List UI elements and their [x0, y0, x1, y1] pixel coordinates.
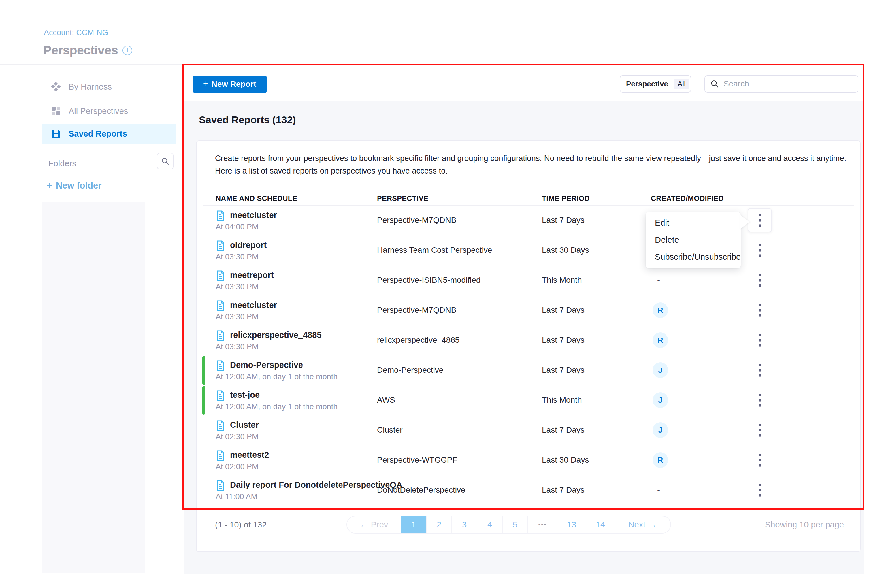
next-page-button[interactable]: Next → — [615, 516, 670, 533]
report-perspective: Harness Team Cost Perspective — [377, 246, 492, 255]
header-divider — [0, 64, 183, 64]
report-name: oldreport — [230, 240, 267, 250]
created-badge: - — [657, 485, 660, 495]
prev-page-button[interactable]: ← Prev — [347, 516, 400, 533]
report-doc-icon — [216, 390, 225, 402]
report-schedule: At 02:00 PM — [216, 462, 258, 471]
report-schedule: At 12:00 AM, on day 1 of the month — [216, 402, 338, 411]
created-badge: J — [652, 422, 668, 438]
folders-list-placeholder — [42, 202, 145, 573]
sidebar-item-label: By Harness — [69, 82, 112, 92]
page-button-1[interactable]: 1 — [400, 516, 426, 533]
report-time-period: This Month — [542, 396, 582, 405]
sidebar-item-label: Saved Reports — [69, 129, 127, 139]
card-description: Create reports from your perspectives to… — [215, 152, 849, 177]
context-menu-pointer — [740, 214, 749, 230]
kebab-menu-button[interactable] — [752, 268, 768, 292]
report-schedule: At 03:30 PM — [216, 312, 258, 321]
report-schedule: At 04:00 PM — [216, 222, 258, 231]
page-button-3[interactable]: 3 — [452, 516, 477, 533]
grid-icon — [51, 106, 61, 116]
info-icon[interactable]: i — [123, 45, 132, 56]
report-doc-icon — [216, 480, 225, 492]
report-time-period: Last 7 Days — [542, 425, 585, 435]
new-folder-button[interactable]: + New folder — [47, 180, 102, 191]
report-time-period: Last 30 Days — [542, 455, 589, 465]
report-name: meetreport — [230, 270, 274, 280]
sidebar-item-all-perspectives[interactable]: All Perspectives — [42, 103, 176, 119]
menu-item-subscribe[interactable]: Subscribe/Unsubscribe — [646, 249, 741, 266]
table-row[interactable]: test-joe At 12:00 AM, on day 1 of the mo… — [203, 386, 854, 416]
pagination-bar: ← Prev 1 2 3 4 5 ••• 13 14 Next → — [346, 516, 671, 534]
page-button-4[interactable]: 4 — [477, 516, 502, 533]
table-row[interactable]: Daily report For DonotdeletePerspectiveQ… — [203, 475, 854, 505]
sidebar-item-by-harness[interactable]: By Harness — [42, 78, 176, 95]
report-perspective: Demo-Perspective — [377, 366, 443, 375]
report-name: Cluster — [230, 420, 259, 430]
report-doc-icon — [216, 360, 225, 372]
table-row[interactable]: meetreport At 03:30 PM Perspective-ISIBN… — [203, 266, 854, 296]
accent-bar — [202, 356, 205, 385]
report-name: meetcluster — [230, 210, 277, 220]
report-perspective: DoNotDeletePerspective — [377, 485, 465, 495]
table-header: NAME AND SCHEDULE PERSPECTIVE TIME PERIO… — [203, 192, 854, 206]
table-row[interactable]: Cluster At 02:30 PM Cluster Last 7 Days … — [203, 416, 854, 446]
search-field[interactable] — [705, 75, 858, 93]
report-schedule: At 12:00 AM, on day 1 of the month — [216, 372, 338, 381]
report-name: relicxperspective_4885 — [230, 330, 322, 340]
kebab-menu-button[interactable] — [752, 478, 768, 502]
new-report-button[interactable]: + New Report — [192, 75, 267, 93]
created-badge: J — [652, 392, 668, 408]
sidebar-item-saved-reports[interactable]: Saved Reports — [42, 124, 176, 144]
kebab-menu-button[interactable] — [752, 388, 768, 412]
kebab-menu-button[interactable] — [752, 238, 768, 262]
report-doc-icon — [216, 240, 225, 252]
table-row[interactable]: meetcluster At 03:30 PM Perspective-M7QD… — [203, 296, 854, 326]
page-button-14[interactable]: 14 — [586, 516, 615, 533]
search-input[interactable] — [723, 79, 839, 88]
page-button-13[interactable]: 13 — [557, 516, 586, 533]
page-button-2[interactable]: 2 — [426, 516, 452, 533]
kebab-menu-button[interactable] — [752, 298, 768, 322]
harness-diamond-icon — [51, 82, 61, 92]
report-perspective: Cluster — [377, 425, 403, 435]
column-perspective: PERSPECTIVE — [377, 194, 428, 202]
report-name: Demo-Perspective — [230, 360, 303, 370]
report-doc-icon — [216, 420, 225, 432]
report-time-period: Last 7 Days — [542, 306, 585, 315]
report-schedule: At 03:30 PM — [216, 342, 258, 351]
report-name: test-joe — [230, 390, 260, 400]
column-created-modified: CREATED/MODIFIED — [651, 194, 724, 202]
page-title-row: Perspectives i — [43, 43, 132, 57]
report-perspective: Perspective-ISIBN5-modified — [377, 276, 480, 285]
kebab-menu-button[interactable] — [748, 208, 772, 232]
kebab-menu-button[interactable] — [752, 358, 768, 382]
plus-icon: + — [47, 180, 52, 191]
table-row[interactable]: oldreport At 03:30 PM Harness Team Cost … — [203, 236, 854, 266]
menu-item-delete[interactable]: Delete — [646, 231, 741, 249]
accent-bar — [202, 386, 205, 415]
report-name: meettest2 — [230, 450, 269, 460]
table-row[interactable]: relicxperspective_4885 At 03:30 PM relic… — [203, 326, 854, 356]
kebab-menu-button[interactable] — [752, 418, 768, 442]
account-breadcrumb[interactable]: Account: CCM-NG — [44, 28, 108, 37]
table-row[interactable]: meettest2 At 02:00 PM Perspective-WTGGPF… — [203, 446, 854, 475]
folders-label: Folders — [48, 159, 76, 168]
page-button-5[interactable]: 5 — [502, 516, 528, 533]
kebab-menu-button[interactable] — [752, 448, 768, 472]
row-context-menu: Edit Delete Subscribe/Unsubscribe — [646, 212, 741, 268]
folders-divider — [43, 175, 176, 175]
table-row[interactable]: meetcluster At 04:00 PM Perspective-M7QD… — [203, 206, 854, 236]
report-time-period: Last 7 Days — [542, 336, 585, 345]
report-doc-icon — [216, 330, 225, 342]
folders-search-button[interactable] — [157, 153, 174, 170]
menu-item-edit[interactable]: Edit — [646, 214, 741, 231]
kebab-menu-button[interactable] — [752, 328, 768, 352]
report-doc-icon — [216, 210, 225, 222]
per-page-label: Showing 10 per page — [765, 516, 844, 534]
perspective-filter-select[interactable]: Perspective All — [620, 75, 691, 93]
search-icon — [161, 157, 169, 165]
report-perspective: Perspective-M7QDNB — [377, 216, 456, 225]
report-perspective: AWS — [377, 396, 395, 405]
table-row[interactable]: Demo-Perspective At 12:00 AM, on day 1 o… — [203, 356, 854, 386]
